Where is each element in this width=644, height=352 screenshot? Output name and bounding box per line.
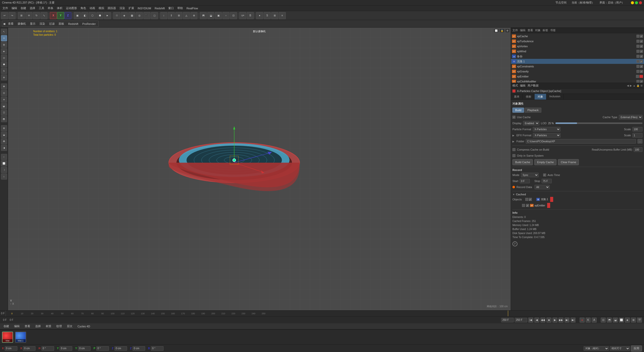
wind-check2[interactable]: ✓ bbox=[640, 50, 643, 53]
scene-item-xpvortex[interactable]: xP xpVortex ✓ bbox=[511, 44, 644, 49]
clothmod-check2[interactable]: ✓ bbox=[640, 80, 643, 83]
wind-check[interactable] bbox=[636, 50, 639, 53]
build-tab-playback[interactable]: Playback bbox=[525, 108, 541, 113]
left-tool-18[interactable]: ⬜ bbox=[1, 160, 7, 166]
goto-start-btn[interactable]: |◀ bbox=[528, 318, 533, 323]
tool15[interactable]: ⇕ bbox=[168, 12, 175, 19]
timeline-icon-2[interactable]: ⬒ bbox=[607, 318, 612, 323]
tool13[interactable]: ◻ bbox=[151, 12, 158, 19]
only-same-system-checkbox[interactable] bbox=[512, 154, 515, 157]
coord-sy-input[interactable] bbox=[78, 346, 91, 351]
prev-frame-btn[interactable]: ◀ bbox=[534, 318, 539, 323]
scene-item-clone[interactable]: ⊞ 克隆.1 ✓ bbox=[511, 59, 644, 64]
scene-item-xpcache[interactable]: xP xpCache ✓ bbox=[511, 34, 644, 39]
left-tool-17[interactable]: ○ bbox=[1, 154, 7, 160]
timeline-icon-7[interactable]: 🎬 bbox=[637, 318, 642, 323]
tool16[interactable]: ⊞ bbox=[175, 12, 182, 19]
record-btn[interactable]: ● bbox=[580, 318, 585, 323]
end-frame-input[interactable] bbox=[501, 318, 514, 322]
use-cache-checkbox[interactable] bbox=[512, 116, 515, 119]
tool22[interactable]: ○ bbox=[222, 12, 229, 19]
record-data-select[interactable]: All Selected bbox=[535, 185, 550, 189]
timeline[interactable]: 0 F 0 10 20 30 40 50 60 70 80 90 100 110… bbox=[0, 310, 644, 316]
coord-p-input[interactable] bbox=[96, 346, 109, 351]
display-select[interactable]: Enabled Disabled bbox=[523, 121, 539, 125]
play-fwd-btn[interactable]: ▶▶ bbox=[558, 318, 564, 323]
backup-check2[interactable]: ✓ bbox=[640, 55, 643, 58]
coord-mode-select[interactable]: 对象（相对） bbox=[584, 346, 609, 351]
tool11[interactable]: ◎ bbox=[136, 12, 143, 19]
prop-up-btn[interactable]: ▲ bbox=[633, 84, 635, 87]
apply-btn[interactable]: 应用 bbox=[631, 345, 642, 351]
ph-edit[interactable]: 编辑 bbox=[520, 84, 526, 87]
left-tool-15[interactable]: ◓ bbox=[1, 138, 7, 144]
left-tool-4[interactable]: ⬢ bbox=[1, 61, 7, 67]
ph-userdata[interactable]: 用户数据 bbox=[528, 84, 539, 87]
left-tool-1[interactable]: ⊞ bbox=[1, 42, 7, 48]
material-mat1[interactable]: Mat.1 bbox=[15, 332, 26, 343]
sm-edit[interactable]: 编辑 bbox=[520, 28, 526, 32]
tool6[interactable]: ⬢ bbox=[96, 12, 103, 19]
tool4[interactable]: ◧ bbox=[81, 12, 88, 19]
tool27[interactable]: ⊞ bbox=[271, 12, 278, 19]
compress-checkbox[interactable] bbox=[512, 148, 515, 151]
tool12[interactable]: ⬛ bbox=[143, 12, 150, 19]
p-icon[interactable]: P bbox=[512, 241, 517, 246]
turbulence-check[interactable] bbox=[636, 40, 639, 43]
left-tool-move[interactable]: ✛ bbox=[1, 35, 7, 41]
bt-create[interactable]: 创建 bbox=[2, 324, 11, 329]
sm-view[interactable]: 查看 bbox=[528, 28, 533, 32]
coord-z-input[interactable] bbox=[114, 346, 127, 351]
auto-time-checkbox[interactable] bbox=[543, 173, 546, 177]
turbulence-check2[interactable]: ✓ bbox=[640, 40, 643, 43]
sm-tag[interactable]: 标签 bbox=[543, 28, 548, 32]
bt-material[interactable]: 材质 bbox=[44, 324, 53, 329]
viewport-camera-menu[interactable]: 摄像机 bbox=[16, 21, 27, 26]
tool28[interactable]: ≡ bbox=[279, 12, 286, 19]
scene-item-backup[interactable]: ☁ 备份 ✓ bbox=[511, 54, 644, 59]
left-tool-11[interactable]: ☷ bbox=[1, 110, 7, 116]
ph-mode[interactable]: 模式 bbox=[512, 84, 518, 87]
tool19[interactable]: ⬒ bbox=[200, 12, 207, 19]
frame-val-display[interactable]: 0 F bbox=[9, 319, 14, 321]
tool9[interactable]: ◈ bbox=[121, 12, 128, 19]
timeline-icon-6[interactable]: ⊞ bbox=[631, 318, 636, 323]
current-frame-display[interactable]: 0 F bbox=[2, 319, 8, 321]
menu-tracker[interactable]: 跟踪器 bbox=[106, 6, 117, 11]
next-frame-btn[interactable]: ▶| bbox=[565, 318, 570, 323]
scene-item-xpgravity[interactable]: xP xpGravity ✓ bbox=[511, 69, 644, 74]
axis-z-btn[interactable]: Z bbox=[64, 12, 71, 19]
tool14[interactable]: ↕ bbox=[160, 12, 167, 19]
left-tool-2[interactable]: ◈ bbox=[1, 48, 7, 54]
bt-edit[interactable]: 编辑 bbox=[13, 324, 21, 329]
menu-edit[interactable]: 编辑 bbox=[10, 6, 19, 11]
undo-btn[interactable]: ↩ bbox=[1, 12, 8, 19]
menu-spline[interactable]: 样条 bbox=[46, 6, 55, 11]
clone-check[interactable] bbox=[636, 60, 639, 63]
start-input[interactable] bbox=[520, 179, 530, 183]
left-tool-9[interactable]: ≋ bbox=[1, 97, 7, 103]
menu-file[interactable]: 文件 bbox=[1, 6, 10, 11]
empty-cache-btn[interactable]: Empty Cache bbox=[534, 159, 556, 165]
prop-lock-btn[interactable]: 🔒 bbox=[636, 84, 639, 87]
stop-btn[interactable]: ■ bbox=[546, 318, 551, 323]
menu-tools[interactable]: 工具 bbox=[37, 6, 46, 11]
tab-coord[interactable]: 坐标 bbox=[523, 94, 535, 100]
coord-sz-input[interactable] bbox=[133, 346, 145, 351]
timeline-icon-5[interactable]: ◈ bbox=[625, 318, 630, 323]
tab-inclusion[interactable]: Inclusion bbox=[546, 94, 564, 100]
left-tool-16[interactable]: ◑ bbox=[1, 145, 7, 151]
clear-frame-btn[interactable]: Clear Frame bbox=[558, 159, 579, 165]
auto-key-btn[interactable]: K bbox=[586, 318, 591, 323]
coord-absolute-select[interactable]: 绝对尺寸 bbox=[610, 346, 630, 351]
viewport-display-menu[interactable]: 显示 bbox=[28, 21, 37, 26]
xpcache-check1[interactable] bbox=[636, 35, 639, 38]
close-btn[interactable] bbox=[639, 1, 642, 4]
obj-check1[interactable] bbox=[525, 198, 528, 201]
axis-y-btn[interactable]: Y bbox=[57, 12, 64, 19]
menu-help[interactable]: 帮助 bbox=[176, 6, 184, 11]
left-tool-12[interactable]: ⬒ bbox=[1, 116, 7, 122]
viewport-view-menu[interactable]: 查看 bbox=[7, 21, 15, 26]
sm-file[interactable]: 文件 bbox=[512, 28, 518, 32]
backup-check[interactable] bbox=[636, 55, 639, 58]
